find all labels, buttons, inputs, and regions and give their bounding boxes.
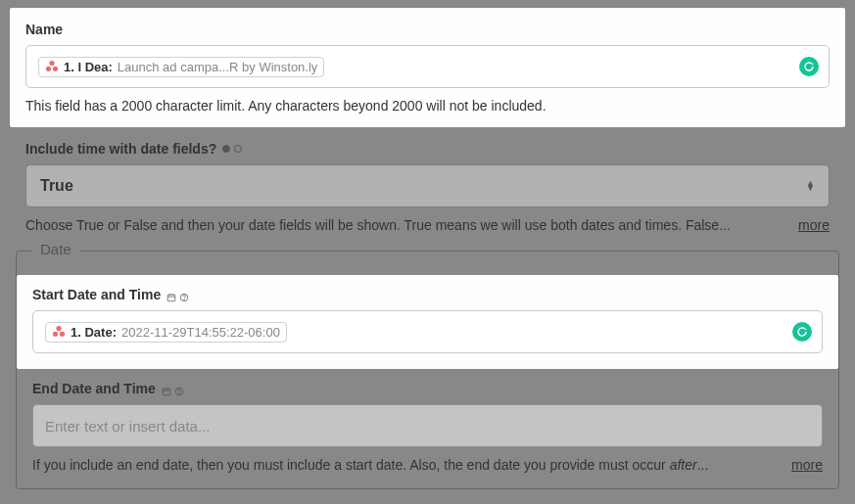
include-time-section: Include time with date fields? True ▲ ▼ …	[10, 127, 845, 247]
end-date-section: End Date and Time Enter text or insert d…	[17, 369, 838, 488]
name-helper-text: This field has a 2000 character limit. A…	[25, 98, 830, 114]
radio-empty-icon	[234, 145, 242, 153]
start-date-section: Start Date and Time 1. Date: 2022-11-29T…	[17, 275, 838, 369]
asana-icon	[52, 325, 66, 339]
name-label: Name	[25, 22, 830, 37]
help-icon	[179, 290, 189, 299]
name-input[interactable]: 1. I Dea: Launch ad campa...R by Winston…	[25, 45, 830, 88]
asana-icon	[45, 60, 59, 73]
svg-point-0	[49, 61, 54, 66]
end-date-helper: If you include an end date, then you mus…	[32, 457, 772, 473]
date-legend: Date	[32, 241, 79, 257]
name-pill-value: Launch ad campa...R by Winston.ly	[118, 60, 318, 74]
name-field-section: Name 1. I Dea: Launch ad campa...R by Wi…	[10, 8, 845, 127]
select-arrows-icon: ▲ ▼	[806, 181, 815, 191]
svg-point-9	[56, 326, 61, 331]
svg-point-17	[178, 393, 179, 394]
name-pill[interactable]: 1. I Dea: Launch ad campa...R by Winston…	[38, 57, 324, 77]
svg-point-8	[184, 299, 185, 300]
include-time-label: Include time with date fields?	[25, 141, 830, 157]
include-time-more-link[interactable]: more	[798, 217, 830, 233]
radio-filled-icon	[222, 145, 230, 153]
radio-group-icon	[222, 145, 242, 153]
svg-rect-3	[167, 295, 175, 301]
grammarly-icon	[799, 57, 819, 76]
start-date-label: Start Date and Time	[32, 287, 823, 302]
start-date-pill[interactable]: 1. Date: 2022-11-29T14:55:22-06:00	[45, 322, 287, 343]
calendar-icon	[166, 290, 176, 299]
end-date-input[interactable]: Enter text or insert data...	[32, 404, 823, 447]
calendar-icon	[162, 384, 171, 393]
help-icon	[174, 384, 184, 393]
include-time-select[interactable]: True ▲ ▼	[25, 164, 830, 207]
end-date-label: End Date and Time	[32, 381, 823, 396]
grammarly-icon	[792, 322, 812, 342]
include-time-value: True	[40, 177, 73, 195]
include-time-helper: Choose True or False and then your date …	[25, 217, 779, 233]
start-date-input[interactable]: 1. Date: 2022-11-29T14:55:22-06:00	[32, 310, 823, 353]
svg-point-10	[53, 332, 58, 337]
end-date-more-link[interactable]: more	[791, 457, 823, 473]
start-date-pill-prefix: 1. Date:	[71, 325, 117, 340]
svg-point-1	[46, 67, 51, 71]
svg-rect-12	[163, 389, 170, 395]
end-date-placeholder: Enter text or insert data...	[45, 418, 210, 435]
start-date-pill-value: 2022-11-29T14:55:22-06:00	[121, 325, 280, 340]
svg-point-2	[53, 67, 58, 71]
name-pill-prefix: 1. I Dea:	[64, 60, 113, 74]
svg-point-11	[60, 332, 65, 337]
date-fieldset: Date Start Date and Time 1. Date: 2022-1…	[16, 251, 839, 489]
